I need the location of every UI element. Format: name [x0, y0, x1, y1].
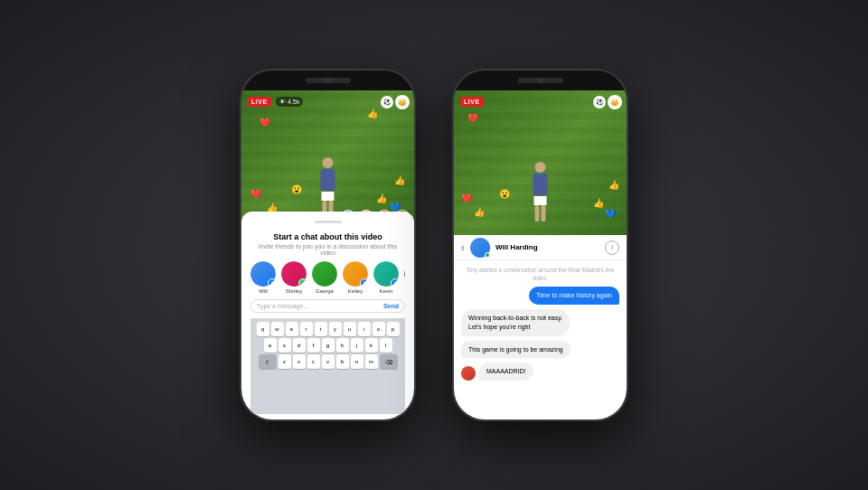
phone-2-top-bar — [454, 71, 627, 90]
kb-row-2: a s d f g h j k l — [253, 338, 402, 353]
info-button[interactable]: i — [605, 240, 619, 255]
key-y[interactable]: y — [329, 322, 342, 336]
friend-will-avatar: f — [250, 261, 276, 287]
key-n[interactable]: n — [351, 354, 363, 369]
message-input-row[interactable]: Type a message... Send — [250, 299, 405, 313]
phone-1-camera — [326, 78, 331, 83]
key-x[interactable]: x — [293, 354, 306, 369]
phone-2-camera — [538, 78, 543, 83]
reaction-like-3: 👍 — [394, 175, 405, 185]
key-i[interactable]: i — [358, 322, 371, 336]
live-badge-1[interactable]: LIVE — [248, 97, 271, 107]
key-c[interactable]: c — [307, 354, 320, 369]
key-shift[interactable]: ⇧ — [259, 354, 277, 369]
key-w[interactable]: w — [271, 322, 284, 336]
key-u[interactable]: u — [344, 322, 356, 336]
key-g[interactable]: g — [322, 338, 335, 353]
keyboard: q w e r t y u i o p a s d — [250, 318, 405, 414]
friend-shirley-badge: ✓ — [298, 278, 307, 287]
view-count-1: 4.5k — [288, 99, 299, 105]
messenger-header: ‹ Will Harding i — [454, 235, 627, 260]
sender-avatar-1 — [461, 366, 476, 381]
key-delete[interactable]: ⌫ — [380, 354, 398, 369]
friend-shirley[interactable]: ✓ Shirley — [281, 261, 307, 294]
team-logos-1: ⚽ 👑 — [381, 95, 410, 109]
system-message: Tory started a conversation around the R… — [461, 266, 619, 282]
phone-2-screen: LIVE ⚽ 👑 ❤️ 👍 😮 👍 👍 💙 ❤️ ‹ — [454, 90, 627, 419]
friend-kelley-badge: f — [360, 278, 368, 287]
friend-kevin-avatar: f — [373, 261, 399, 287]
phone-1-screen: LIVE 👁 4.5k ⚽ 👑 ❤️ 👍 😮 👍 👍 💙 ❤️ — [241, 90, 414, 419]
reaction-p2-1: ❤️ — [461, 193, 472, 203]
key-t[interactable]: t — [315, 322, 327, 336]
friend-will[interactable]: f Will — [250, 261, 276, 294]
key-s[interactable]: s — [278, 338, 291, 353]
key-h[interactable]: h — [336, 338, 349, 353]
team-logo-2a: ⚽ — [593, 96, 606, 108]
reaction-p2-5: 👍 — [609, 180, 619, 190]
friend-ja-avatar-bg — [404, 261, 405, 287]
key-p[interactable]: p — [387, 322, 400, 336]
friend-will-name: Will — [259, 288, 268, 294]
header-avatar — [470, 238, 490, 258]
friend-kevin-name: Kevin — [379, 288, 392, 294]
friend-kevin-badge: f — [391, 278, 399, 287]
key-z[interactable]: z — [278, 354, 291, 369]
team-logos-2: ⚽ 👑 — [593, 95, 622, 109]
team-logo-real-madrid: 👑 — [395, 95, 410, 109]
live-badge-2[interactable]: LIVE — [460, 97, 484, 107]
player-torso-2 — [533, 174, 548, 195]
player-leg-left-2 — [535, 205, 540, 221]
key-v[interactable]: v — [322, 354, 335, 369]
online-status-dot — [485, 252, 490, 258]
friend-shirley-avatar: ✓ — [281, 261, 307, 287]
key-l[interactable]: l — [380, 338, 392, 353]
friend-shirley-name: Shirley — [286, 288, 302, 294]
key-k[interactable]: k — [365, 338, 378, 353]
messenger-body: Tory started a conversation around the R… — [454, 260, 627, 419]
eye-icon: 👁 — [279, 99, 286, 105]
reaction-p2-3: 😮 — [499, 189, 510, 199]
kb-row-3: ⇧ z x c v b n m ⌫ — [253, 354, 402, 369]
back-button[interactable]: ‹ — [461, 241, 465, 254]
player-torso — [321, 169, 335, 191]
sheet-title: Start a chat about this video — [250, 232, 405, 241]
key-q[interactable]: q — [257, 322, 269, 336]
phone-1-top-bar — [241, 71, 414, 90]
key-o[interactable]: o — [373, 322, 385, 336]
key-r[interactable]: r — [300, 322, 313, 336]
key-b[interactable]: b — [336, 354, 349, 369]
key-e[interactable]: e — [286, 322, 298, 336]
key-f[interactable]: f — [307, 338, 320, 353]
bottom-sheet: Start a chat about this video Invite fri… — [241, 212, 414, 419]
friend-kelley-avatar: f — [343, 261, 368, 287]
key-d[interactable]: d — [293, 338, 306, 353]
friend-ja[interactable]: Ja... — [404, 261, 405, 294]
reaction-p2-6: 💙 — [605, 209, 616, 219]
send-button[interactable]: Send — [383, 303, 399, 309]
friend-george[interactable]: George — [312, 261, 337, 294]
key-a[interactable]: a — [264, 338, 277, 353]
friend-kevin[interactable]: f Kevin — [373, 261, 399, 294]
msg-row-received-2: This game is going to be amazing — [461, 341, 619, 359]
msg-row-received-1: Winning back-to-back is not easy.Let's h… — [461, 309, 619, 336]
reaction-like-4: 👍 — [367, 108, 378, 118]
team-logo-1: ⚽ — [381, 96, 393, 108]
reaction-p2-7: ❤️ — [467, 113, 478, 123]
sheet-subtitle: Invite friends to join you in a discussi… — [250, 243, 405, 256]
player-legs-2 — [533, 205, 548, 221]
player-head-2 — [535, 162, 546, 173]
player-figure-2 — [524, 154, 556, 221]
scene: LIVE 👁 4.5k ⚽ 👑 ❤️ 👍 😮 👍 👍 💙 ❤️ — [0, 0, 868, 490]
reaction-like-2: 👍 — [376, 193, 387, 203]
friend-will-fb-badge: f — [268, 278, 276, 287]
friend-george-avatar — [312, 261, 337, 287]
team-logo-2b: 👑 — [608, 95, 622, 109]
key-m[interactable]: m — [365, 354, 378, 369]
friends-row: f Will ✓ Shirley — [250, 261, 405, 294]
msg-row-with-avatar-1: MAAAADRID! — [461, 363, 619, 381]
reaction-heart-3: ❤️ — [259, 118, 270, 127]
key-j[interactable]: j — [351, 338, 363, 353]
video-area-1: LIVE 👁 4.5k ⚽ 👑 ❤️ 👍 😮 👍 👍 💙 ❤️ — [241, 90, 414, 231]
friend-kelley[interactable]: f Kelley — [343, 261, 368, 294]
